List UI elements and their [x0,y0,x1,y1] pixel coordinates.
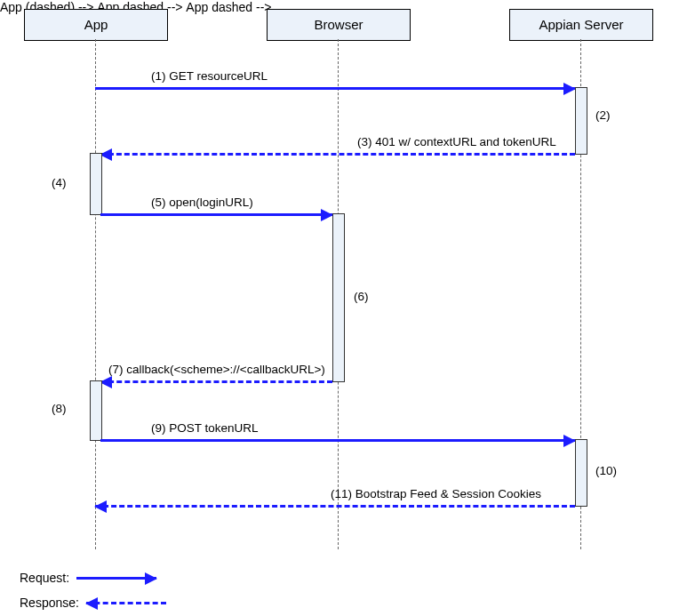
arrow-1-get-resourceurl [95,87,575,90]
label-3: (3) 401 w/ contextURL and tokenURL [357,135,556,148]
legend-response-label: Response: [20,596,79,610]
legend-response-arrow [86,602,166,604]
arrow-3-401 [100,153,575,156]
participant-browser: Browser [267,9,411,41]
arrow-7-callback [100,380,332,383]
legend-request-arrow [76,577,156,580]
participant-server: Appian Server [509,9,653,41]
label-2: (2) [595,108,611,122]
legend-request: Request: [20,569,156,587]
arrow-9-post-tokenurl [100,439,575,442]
label-4: (4) [52,176,67,189]
sequence-diagram: App Browser Appian Server (1) GET resour… [0,0,687,616]
legend-request-label: Request: [20,571,69,585]
participant-app: App [24,9,168,41]
lifeline-app [95,39,96,549]
label-5: (5) open(loginURL) [151,196,253,209]
label-11: (11) Bootstrap Feed & Session Cookies [331,487,541,500]
arrow-11-bootstrap [95,505,575,508]
activation-8 [90,380,102,441]
activation-6 [332,213,345,382]
label-6: (6) [354,290,369,303]
activation-2 [575,87,587,155]
label-9: (9) POST tokenURL [151,421,259,435]
activation-10 [575,439,587,507]
label-8: (8) [52,402,67,415]
legend-response: Response: [20,594,166,612]
label-10: (10) [595,464,617,477]
label-1: (1) GET resourceURL [151,69,268,83]
arrow-5-open-loginurl [100,213,332,216]
label-7: (7) callback(<scheme>://<callbackURL>) [108,363,325,376]
activation-4 [90,153,102,215]
